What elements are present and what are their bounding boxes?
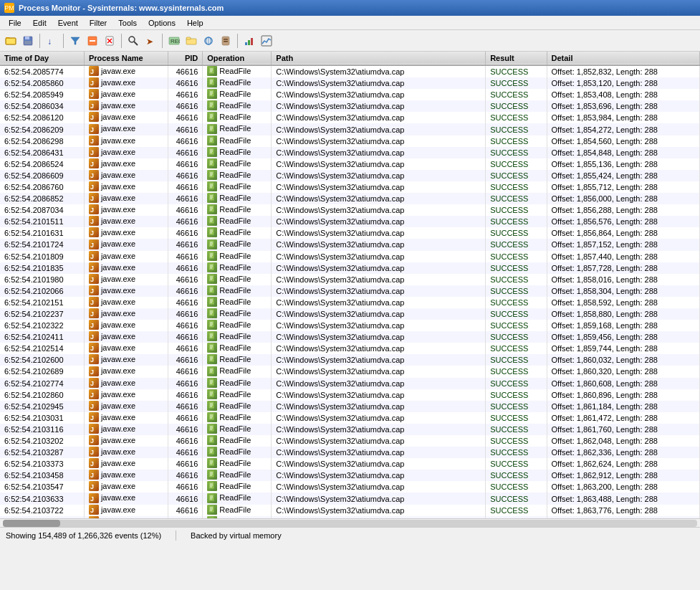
table-row[interactable]: 6:52:54.2101631Jjavaw.exe46616ReadFileC:… — [0, 227, 700, 239]
toolbar: ↓ ➤ REG — [0, 30, 700, 52]
menu-options[interactable]: Options — [143, 16, 181, 29]
highlight-button[interactable] — [85, 33, 100, 49]
chart-button[interactable] — [259, 33, 274, 49]
java-process-icon: J — [89, 297, 99, 307]
svg-text:J: J — [90, 333, 94, 341]
table-row[interactable]: 6:52:54.2085860Jjavaw.exe46616ReadFileC:… — [0, 77, 700, 89]
table-row[interactable]: 6:52:54.2101724Jjavaw.exe46616ReadFileC:… — [0, 239, 700, 250]
process-button[interactable] — [218, 33, 234, 49]
table-container[interactable]: Time of Day Process Name PID Operation P… — [0, 52, 700, 518]
table-row[interactable]: 6:52:54.2085774Jjavaw.exe46616ReadFileC:… — [0, 65, 700, 77]
cell-result: SUCCESS — [486, 77, 547, 89]
table-row[interactable]: 6:52:54.2103287Jjavaw.exe46616ReadFileC:… — [0, 447, 700, 458]
svg-text:↓: ↓ — [47, 37, 52, 47]
table-row[interactable]: 6:52:54.2086034Jjavaw.exe46616ReadFileC:… — [0, 100, 700, 112]
cell-result: SUCCESS — [486, 89, 547, 100]
menu-file[interactable]: File — [3, 16, 27, 29]
cell-pid: 46616 — [168, 331, 203, 343]
table-row[interactable]: 6:52:54.2103031Jjavaw.exe46616ReadFileC:… — [0, 412, 700, 424]
java-process-icon: J — [89, 158, 99, 168]
table-row[interactable]: 6:52:54.2102945Jjavaw.exe46616ReadFileC:… — [0, 401, 700, 412]
horizontal-scrollbar[interactable] — [0, 518, 700, 527]
cell-operation: ReadFile — [203, 112, 272, 123]
cell-process: Jjavaw.exe — [84, 493, 168, 504]
table-row[interactable]: 6:52:54.2085949Jjavaw.exe46616ReadFileC:… — [0, 89, 700, 100]
table-row[interactable]: 6:52:54.2103458Jjavaw.exe46616ReadFileC:… — [0, 470, 700, 481]
network-button[interactable] — [201, 33, 216, 49]
svg-text:J: J — [90, 253, 94, 260]
svg-text:J: J — [90, 218, 94, 225]
readfile-icon — [207, 251, 217, 261]
table-row[interactable]: 6:52:54.2102689Jjavaw.exe46616ReadFileC:… — [0, 366, 700, 377]
cell-pid: 46616 — [168, 77, 203, 89]
table-row[interactable]: 6:52:54.2086609Jjavaw.exe46616ReadFileC:… — [0, 170, 700, 181]
table-row[interactable]: 6:52:54.2101980Jjavaw.exe46616ReadFileC:… — [0, 274, 700, 285]
readfile-icon — [207, 112, 217, 122]
menu-help[interactable]: Help — [181, 16, 209, 29]
menu-tools[interactable]: Tools — [112, 16, 143, 29]
table-row[interactable]: 6:52:54.2086852Jjavaw.exe46616ReadFileC:… — [0, 193, 700, 204]
table-row[interactable]: 6:52:54.2102066Jjavaw.exe46616ReadFileC:… — [0, 285, 700, 297]
table-row[interactable]: 6:52:54.2086524Jjavaw.exe46616ReadFileC:… — [0, 158, 700, 170]
status-divider — [176, 530, 176, 541]
cell-pid: 46616 — [168, 227, 203, 239]
menu-event[interactable]: Event — [52, 16, 84, 29]
table-row[interactable]: 6:52:54.2086120Jjavaw.exe46616ReadFileC:… — [0, 112, 700, 123]
table-row[interactable]: 6:52:54.2086298Jjavaw.exe46616ReadFileC:… — [0, 135, 700, 147]
table-row[interactable]: 6:52:54.2102774Jjavaw.exe46616ReadFileC:… — [0, 378, 700, 389]
col-header-time[interactable]: Time of Day — [0, 52, 84, 65]
open-button[interactable] — [3, 33, 19, 49]
svg-rect-28 — [251, 38, 253, 45]
cell-time: 6:52:54.2102860 — [0, 389, 84, 401]
table-row[interactable]: 6:52:54.2103808Jjavaw.exe46616ReadFileC:… — [0, 516, 700, 518]
table-row[interactable]: 6:52:54.2086760Jjavaw.exe46616ReadFileC:… — [0, 181, 700, 193]
table-row[interactable]: 6:52:54.2101809Jjavaw.exe46616ReadFileC:… — [0, 251, 700, 262]
table-row[interactable]: 6:52:54.2087034Jjavaw.exe46616ReadFileC:… — [0, 204, 700, 216]
svg-text:J: J — [90, 184, 94, 191]
table-row[interactable]: 6:52:54.2102411Jjavaw.exe46616ReadFileC:… — [0, 331, 700, 343]
table-row[interactable]: 6:52:54.2102860Jjavaw.exe46616ReadFileC:… — [0, 389, 700, 401]
table-row[interactable]: 6:52:54.2103373Jjavaw.exe46616ReadFileC:… — [0, 458, 700, 470]
table-row[interactable]: 6:52:54.2102237Jjavaw.exe46616ReadFileC:… — [0, 308, 700, 320]
table-row[interactable]: 6:52:54.2101511Jjavaw.exe46616ReadFileC:… — [0, 216, 700, 227]
cell-pid: 46616 — [168, 262, 203, 274]
table-row[interactable]: 6:52:54.2102151Jjavaw.exe46616ReadFileC:… — [0, 297, 700, 308]
col-header-detail[interactable]: Detail — [547, 52, 699, 65]
readfile-icon — [207, 274, 217, 284]
table-row[interactable]: 6:52:54.2086209Jjavaw.exe46616ReadFileC:… — [0, 123, 700, 135]
cell-result: SUCCESS — [486, 435, 547, 447]
table-row[interactable]: 6:52:54.2103722Jjavaw.exe46616ReadFileC:… — [0, 505, 700, 516]
table-row[interactable]: 6:52:54.2101835Jjavaw.exe46616ReadFileC:… — [0, 262, 700, 274]
svg-rect-25 — [224, 41, 228, 42]
cell-detail: Offset: 1,854,560, Length: 288 — [547, 135, 699, 147]
table-row[interactable]: 6:52:54.2103116Jjavaw.exe46616ReadFileC:… — [0, 424, 700, 435]
search-button[interactable] — [125, 33, 141, 49]
table-row[interactable]: 6:52:54.2103202Jjavaw.exe46616ReadFileC:… — [0, 435, 700, 447]
autoscroll-button[interactable]: ↓ — [44, 33, 59, 49]
col-header-path[interactable]: Path — [272, 52, 486, 65]
col-header-process[interactable]: Process Name — [84, 52, 168, 65]
registry-button[interactable]: REG — [166, 33, 182, 49]
readfile-icon — [207, 435, 217, 445]
jump-button[interactable]: ➤ — [143, 33, 158, 49]
col-header-result[interactable]: Result — [486, 52, 547, 65]
menu-edit[interactable]: Edit — [27, 16, 52, 29]
table-row[interactable]: 6:52:54.2086431Jjavaw.exe46616ReadFileC:… — [0, 147, 700, 158]
table-row[interactable]: 6:52:54.2102322Jjavaw.exe46616ReadFileC:… — [0, 320, 700, 331]
cell-result: SUCCESS — [486, 135, 547, 147]
filter-button[interactable] — [67, 33, 83, 49]
filesystem-button[interactable] — [183, 33, 199, 49]
cell-path: C:\Windows\System32\atiumdva.cap — [272, 354, 486, 366]
table-row[interactable]: 6:52:54.2103633Jjavaw.exe46616ReadFileC:… — [0, 493, 700, 504]
col-header-operation[interactable]: Operation — [203, 52, 272, 65]
table-row[interactable]: 6:52:54.2102514Jjavaw.exe46616ReadFileC:… — [0, 343, 700, 354]
cell-path: C:\Windows\System32\atiumdva.cap — [272, 435, 486, 447]
clear-button[interactable] — [102, 33, 118, 49]
cell-process: Jjavaw.exe — [84, 412, 168, 424]
save-button[interactable] — [20, 33, 36, 49]
profiling-button[interactable] — [241, 33, 257, 49]
col-header-pid[interactable]: PID — [168, 52, 203, 65]
menu-filter[interactable]: Filter — [84, 16, 112, 29]
table-row[interactable]: 6:52:54.2102600Jjavaw.exe46616ReadFileC:… — [0, 354, 700, 366]
table-row[interactable]: 6:52:54.2103547Jjavaw.exe46616ReadFileC:… — [0, 481, 700, 493]
